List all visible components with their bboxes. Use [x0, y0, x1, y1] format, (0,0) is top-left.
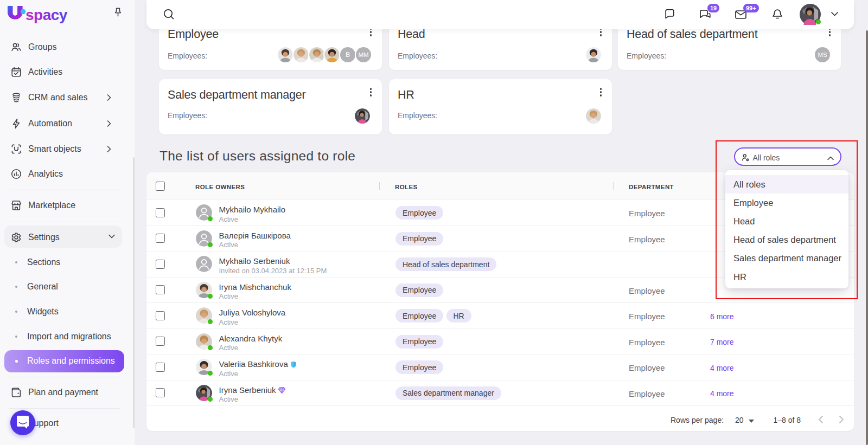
- svg-text:spacy: spacy: [25, 7, 68, 23]
